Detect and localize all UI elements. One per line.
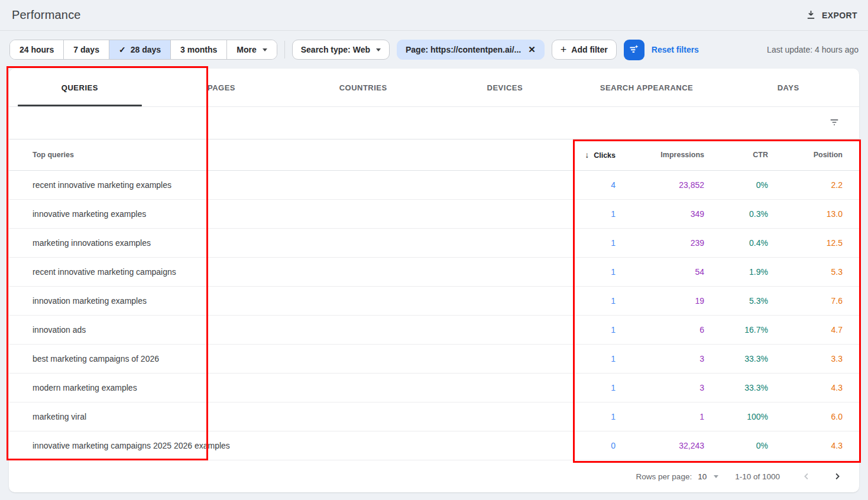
column-ctr[interactable]: CTR	[704, 151, 768, 159]
clicks-cell: 1	[545, 267, 616, 277]
pagination-nav	[801, 471, 843, 482]
rows-per-page-select[interactable]: 10	[698, 472, 718, 481]
ctr-cell: 1.9%	[704, 267, 768, 277]
ctr-cell: 100%	[704, 412, 768, 421]
ctr-cell: 0%	[704, 441, 768, 450]
tab-countries[interactable]: COUNTRIES	[292, 69, 434, 106]
rows-per-page: Rows per page: 10	[636, 472, 719, 481]
table-row[interactable]: best marketing campaigns of 2026 1 3 33.…	[9, 345, 859, 374]
ctr-cell: 33.3%	[704, 383, 768, 392]
tab-devices[interactable]: DEVICES	[434, 69, 576, 106]
clicks-cell: 1	[545, 412, 616, 421]
filter-bar: 24 hours 7 days ✓ 28 days 3 months More …	[0, 31, 868, 69]
download-icon	[806, 9, 816, 21]
page-filter-chip[interactable]: Page: https://contentpen.ai/... ✕	[397, 40, 545, 60]
table-row[interactable]: marketing viral 1 1 100% 6.0	[9, 402, 859, 431]
app-header: Performance EXPORT	[0, 0, 868, 31]
ctr-cell: 5.3%	[704, 296, 768, 306]
table-row[interactable]: recent innovative marketing campaigns 1 …	[9, 258, 859, 287]
position-cell: 12.5	[768, 238, 843, 248]
tab-days[interactable]: DAYS	[717, 69, 859, 106]
query-cell[interactable]: innovation marketing examples	[33, 296, 545, 306]
ctr-cell: 0.4%	[704, 238, 768, 248]
column-impressions[interactable]: Impressions	[616, 151, 704, 159]
query-cell[interactable]: innovative marketing campaigns 2025 2026…	[33, 441, 545, 450]
column-clicks[interactable]: ↓Clicks	[545, 150, 616, 160]
position-cell: 2.2	[768, 180, 843, 190]
date-range-7-days[interactable]: 7 days	[64, 40, 109, 59]
date-range-group: 24 hours 7 days ✓ 28 days 3 months More	[9, 40, 277, 60]
tune-sparkle-icon	[628, 43, 640, 57]
export-label: EXPORT	[822, 11, 857, 20]
query-cell[interactable]: innovative marketing examples	[33, 209, 545, 219]
impressions-cell: 19	[616, 296, 704, 306]
rows-per-page-label: Rows per page:	[636, 472, 692, 481]
query-cell[interactable]: recent innovative marketing campaigns	[33, 267, 545, 277]
clicks-cell: 1	[545, 354, 616, 363]
date-range-24-hours[interactable]: 24 hours	[10, 40, 64, 59]
date-range-3-months[interactable]: 3 months	[171, 40, 227, 59]
next-page-button[interactable]	[832, 471, 843, 482]
close-icon[interactable]: ✕	[528, 44, 536, 55]
ai-filter-button[interactable]	[624, 40, 644, 60]
query-cell[interactable]: marketing viral	[33, 412, 545, 421]
position-cell: 5.3	[768, 267, 843, 277]
clicks-cell: 1	[545, 296, 616, 306]
last-update-text: Last update: 4 hours ago	[767, 45, 859, 54]
add-filter-button[interactable]: + Add filter	[552, 40, 617, 60]
filter-list-icon	[828, 116, 840, 130]
table-row[interactable]: recent innovative marketing examples 4 2…	[9, 171, 859, 200]
query-cell[interactable]: recent innovative marketing examples	[33, 180, 545, 190]
tab-pages[interactable]: PAGES	[151, 69, 293, 106]
date-range-28-days[interactable]: ✓ 28 days	[109, 40, 171, 59]
position-cell: 7.6	[768, 296, 843, 306]
ctr-cell: 0.3%	[704, 209, 768, 219]
query-cell[interactable]: innovation ads	[33, 325, 545, 335]
search-type-chip[interactable]: Search type: Web	[292, 40, 390, 60]
export-button[interactable]: EXPORT	[806, 9, 857, 21]
ctr-cell: 16.7%	[704, 325, 768, 335]
position-cell: 13.0	[768, 209, 843, 219]
impressions-cell: 1	[616, 412, 704, 421]
sort-desc-icon: ↓	[585, 150, 589, 160]
column-position[interactable]: Position	[768, 151, 843, 159]
impressions-cell: 3	[616, 383, 704, 392]
clicks-cell: 1	[545, 383, 616, 392]
previous-page-button[interactable]	[801, 471, 812, 482]
position-cell: 3.3	[768, 354, 843, 363]
clicks-cell: 1	[545, 238, 616, 248]
divider	[284, 41, 285, 59]
impressions-cell: 349	[616, 209, 704, 219]
impressions-cell: 23,852	[616, 180, 704, 190]
impressions-cell: 3	[616, 354, 704, 363]
table-row[interactable]: marketing innovations examples 1 239 0.4…	[9, 229, 859, 258]
query-cell[interactable]: marketing innovations examples	[33, 238, 545, 248]
table-row[interactable]: modern marketing examples 1 3 33.3% 4.3	[9, 374, 859, 402]
table-footer: Rows per page: 10 1-10 of 1000	[9, 460, 859, 492]
table-row[interactable]: innovation marketing examples 1 19 5.3% …	[9, 287, 859, 316]
reset-filters-link[interactable]: Reset filters	[652, 45, 699, 54]
position-cell: 4.3	[768, 383, 843, 392]
table-row[interactable]: innovative marketing campaigns 2025 2026…	[9, 431, 859, 460]
report-tabs: QUERIES PAGES COUNTRIES DEVICES SEARCH A…	[9, 69, 859, 107]
column-top-queries[interactable]: Top queries	[33, 151, 545, 159]
table-row[interactable]: innovative marketing examples 1 349 0.3%…	[9, 200, 859, 229]
position-cell: 4.7	[768, 325, 843, 335]
chevron-down-icon	[714, 475, 718, 478]
clicks-cell: 0	[545, 441, 616, 450]
tab-queries[interactable]: QUERIES	[9, 69, 151, 106]
chevron-down-icon	[376, 48, 381, 51]
performance-card: QUERIES PAGES COUNTRIES DEVICES SEARCH A…	[9, 69, 859, 492]
query-cell[interactable]: modern marketing examples	[33, 383, 545, 392]
position-cell: 6.0	[768, 412, 843, 421]
table-filter-button[interactable]	[828, 116, 840, 130]
ctr-cell: 33.3%	[704, 354, 768, 363]
impressions-cell: 239	[616, 238, 704, 248]
check-icon: ✓	[119, 45, 126, 54]
clicks-cell: 4	[545, 180, 616, 190]
table-row[interactable]: innovation ads 1 6 16.7% 4.7	[9, 316, 859, 345]
table-header-row: Top queries ↓Clicks Impressions CTR Posi…	[9, 139, 859, 171]
date-range-more[interactable]: More	[227, 40, 276, 59]
tab-search-appearance[interactable]: SEARCH APPEARANCE	[576, 69, 718, 106]
query-cell[interactable]: best marketing campaigns of 2026	[33, 354, 545, 363]
